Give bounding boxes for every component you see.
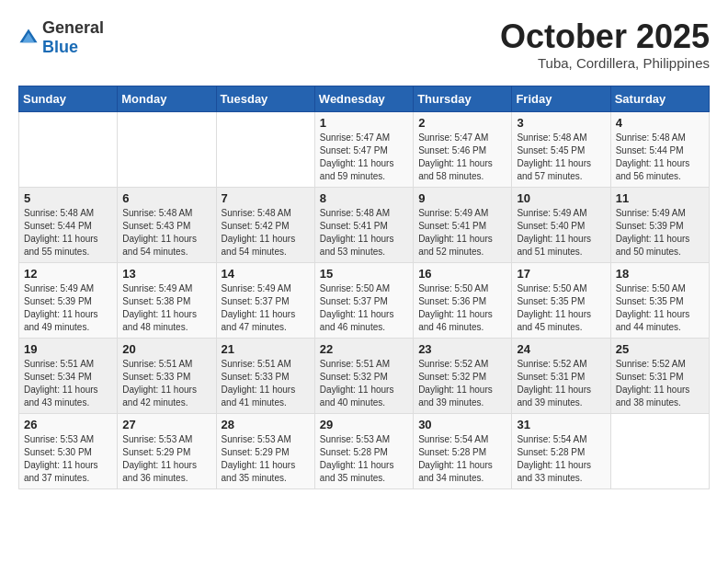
day-info: Sunrise: 5:49 AM Sunset: 5:39 PM Dayligh… — [24, 282, 112, 334]
calendar-header-tuesday: Tuesday — [216, 86, 314, 111]
calendar-cell: 4Sunrise: 5:48 AM Sunset: 5:44 PM Daylig… — [610, 111, 709, 187]
calendar-header-sunday: Sunday — [19, 86, 118, 111]
calendar-cell: 27Sunrise: 5:53 AM Sunset: 5:29 PM Dayli… — [118, 413, 216, 488]
day-number: 29 — [320, 418, 408, 431]
day-info: Sunrise: 5:48 AM Sunset: 5:45 PM Dayligh… — [517, 132, 605, 183]
day-number: 13 — [122, 267, 210, 281]
day-info: Sunrise: 5:47 AM Sunset: 5:47 PM Dayligh… — [320, 132, 408, 183]
calendar-cell: 2Sunrise: 5:47 AM Sunset: 5:46 PM Daylig… — [414, 111, 512, 187]
day-info: Sunrise: 5:50 AM Sunset: 5:37 PM Dayligh… — [320, 282, 408, 334]
day-number: 12 — [24, 267, 112, 281]
day-info: Sunrise: 5:49 AM Sunset: 5:41 PM Dayligh… — [418, 207, 506, 259]
calendar-week-row: 19Sunrise: 5:51 AM Sunset: 5:34 PM Dayli… — [19, 338, 710, 413]
day-info: Sunrise: 5:49 AM Sunset: 5:40 PM Dayligh… — [517, 207, 605, 259]
day-info: Sunrise: 5:52 AM Sunset: 5:31 PM Dayligh… — [517, 358, 605, 409]
calendar-cell: 31Sunrise: 5:54 AM Sunset: 5:28 PM Dayli… — [512, 413, 610, 488]
day-number: 23 — [418, 342, 506, 356]
day-info: Sunrise: 5:51 AM Sunset: 5:34 PM Dayligh… — [24, 358, 112, 409]
calendar-cell: 29Sunrise: 5:53 AM Sunset: 5:28 PM Dayli… — [314, 413, 413, 488]
calendar-week-row: 12Sunrise: 5:49 AM Sunset: 5:39 PM Dayli… — [19, 262, 710, 338]
day-number: 2 — [418, 116, 506, 130]
calendar-cell — [610, 413, 709, 488]
calendar-cell: 17Sunrise: 5:50 AM Sunset: 5:35 PM Dayli… — [512, 262, 610, 338]
calendar-cell — [19, 111, 118, 187]
day-info: Sunrise: 5:52 AM Sunset: 5:31 PM Dayligh… — [616, 358, 704, 409]
day-number: 14 — [222, 267, 310, 281]
day-number: 18 — [616, 267, 704, 281]
logo-general: General — [42, 18, 104, 37]
calendar-cell: 20Sunrise: 5:51 AM Sunset: 5:33 PM Dayli… — [118, 338, 216, 413]
day-number: 3 — [517, 116, 605, 130]
day-info: Sunrise: 5:53 AM Sunset: 5:28 PM Dayligh… — [320, 433, 408, 485]
day-info: Sunrise: 5:52 AM Sunset: 5:32 PM Dayligh… — [418, 358, 506, 409]
calendar-cell: 1Sunrise: 5:47 AM Sunset: 5:47 PM Daylig… — [314, 111, 413, 187]
day-number: 4 — [616, 116, 704, 130]
calendar-cell — [216, 111, 314, 187]
calendar-cell: 7Sunrise: 5:48 AM Sunset: 5:42 PM Daylig… — [216, 187, 314, 262]
calendar-week-row: 26Sunrise: 5:53 AM Sunset: 5:30 PM Dayli… — [19, 413, 710, 488]
calendar-cell: 14Sunrise: 5:49 AM Sunset: 5:37 PM Dayli… — [216, 262, 314, 338]
calendar-header-wednesday: Wednesday — [314, 86, 413, 111]
calendar-cell: 24Sunrise: 5:52 AM Sunset: 5:31 PM Dayli… — [512, 338, 610, 413]
calendar-cell: 5Sunrise: 5:48 AM Sunset: 5:44 PM Daylig… — [19, 187, 118, 262]
calendar-cell: 15Sunrise: 5:50 AM Sunset: 5:37 PM Dayli… — [314, 262, 413, 338]
calendar-header-thursday: Thursday — [414, 86, 512, 111]
day-number: 27 — [122, 418, 210, 431]
calendar-cell: 25Sunrise: 5:52 AM Sunset: 5:31 PM Dayli… — [610, 338, 709, 413]
calendar-cell: 10Sunrise: 5:49 AM Sunset: 5:40 PM Dayli… — [512, 187, 610, 262]
day-info: Sunrise: 5:48 AM Sunset: 5:44 PM Dayligh… — [616, 132, 704, 183]
day-info: Sunrise: 5:47 AM Sunset: 5:46 PM Dayligh… — [418, 132, 506, 183]
day-number: 5 — [24, 191, 112, 205]
logo: General Blue — [18, 18, 104, 57]
day-info: Sunrise: 5:50 AM Sunset: 5:36 PM Dayligh… — [418, 282, 506, 334]
calendar-cell: 9Sunrise: 5:49 AM Sunset: 5:41 PM Daylig… — [414, 187, 512, 262]
calendar-cell: 11Sunrise: 5:49 AM Sunset: 5:39 PM Dayli… — [610, 187, 709, 262]
calendar-cell: 16Sunrise: 5:50 AM Sunset: 5:36 PM Dayli… — [414, 262, 512, 338]
day-number: 30 — [418, 418, 506, 431]
day-number: 26 — [24, 418, 112, 431]
calendar-cell: 22Sunrise: 5:51 AM Sunset: 5:32 PM Dayli… — [314, 338, 413, 413]
day-number: 11 — [616, 191, 704, 205]
day-info: Sunrise: 5:48 AM Sunset: 5:43 PM Dayligh… — [122, 207, 210, 259]
calendar-cell — [118, 111, 216, 187]
calendar-header-friday: Friday — [512, 86, 610, 111]
calendar-cell: 13Sunrise: 5:49 AM Sunset: 5:38 PM Dayli… — [118, 262, 216, 338]
day-info: Sunrise: 5:49 AM Sunset: 5:37 PM Dayligh… — [222, 282, 310, 334]
calendar-cell: 30Sunrise: 5:54 AM Sunset: 5:28 PM Dayli… — [414, 413, 512, 488]
day-info: Sunrise: 5:48 AM Sunset: 5:41 PM Dayligh… — [320, 207, 408, 259]
calendar-cell: 8Sunrise: 5:48 AM Sunset: 5:41 PM Daylig… — [314, 187, 413, 262]
day-number: 15 — [320, 267, 408, 281]
calendar-header-saturday: Saturday — [610, 86, 709, 111]
day-info: Sunrise: 5:48 AM Sunset: 5:42 PM Dayligh… — [222, 207, 310, 259]
day-info: Sunrise: 5:49 AM Sunset: 5:39 PM Dayligh… — [616, 207, 704, 259]
day-number: 20 — [122, 342, 210, 356]
page-header: General Blue October 2025 Tuba, Cordille… — [18, 18, 710, 71]
day-info: Sunrise: 5:49 AM Sunset: 5:38 PM Dayligh… — [122, 282, 210, 334]
calendar-header-row: SundayMondayTuesdayWednesdayThursdayFrid… — [19, 86, 710, 111]
title-block: October 2025 Tuba, Cordillera, Philippin… — [500, 18, 710, 71]
day-number: 28 — [222, 418, 310, 431]
day-info: Sunrise: 5:50 AM Sunset: 5:35 PM Dayligh… — [517, 282, 605, 334]
day-number: 10 — [517, 191, 605, 205]
day-info: Sunrise: 5:54 AM Sunset: 5:28 PM Dayligh… — [517, 433, 605, 485]
day-number: 24 — [517, 342, 605, 356]
day-info: Sunrise: 5:53 AM Sunset: 5:29 PM Dayligh… — [222, 433, 310, 485]
day-number: 7 — [222, 191, 310, 205]
day-number: 1 — [320, 116, 408, 130]
location-subtitle: Tuba, Cordillera, Philippines — [500, 55, 710, 71]
day-info: Sunrise: 5:51 AM Sunset: 5:32 PM Dayligh… — [320, 358, 408, 409]
calendar-table: SundayMondayTuesdayWednesdayThursdayFrid… — [18, 86, 710, 489]
calendar-week-row: 1Sunrise: 5:47 AM Sunset: 5:47 PM Daylig… — [19, 111, 710, 187]
day-number: 17 — [517, 267, 605, 281]
day-info: Sunrise: 5:51 AM Sunset: 5:33 PM Dayligh… — [122, 358, 210, 409]
day-number: 31 — [517, 418, 605, 431]
day-number: 25 — [616, 342, 704, 356]
day-number: 21 — [222, 342, 310, 356]
calendar-cell: 3Sunrise: 5:48 AM Sunset: 5:45 PM Daylig… — [512, 111, 610, 187]
month-title: October 2025 — [500, 18, 710, 55]
logo-blue: Blue — [42, 38, 78, 56]
day-number: 6 — [122, 191, 210, 205]
calendar-cell: 18Sunrise: 5:50 AM Sunset: 5:35 PM Dayli… — [610, 262, 709, 338]
calendar-cell: 21Sunrise: 5:51 AM Sunset: 5:33 PM Dayli… — [216, 338, 314, 413]
calendar-cell: 26Sunrise: 5:53 AM Sunset: 5:30 PM Dayli… — [19, 413, 118, 488]
